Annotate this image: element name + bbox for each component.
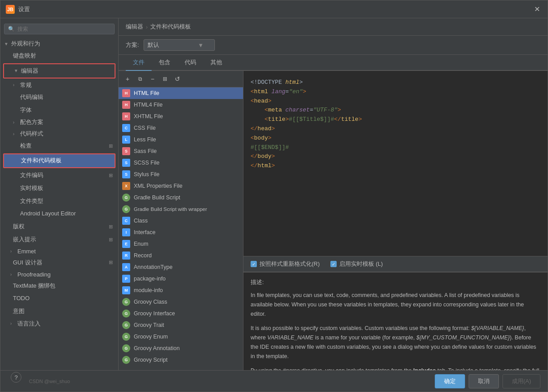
groovy-class-icon: G — [122, 298, 130, 306]
list-item[interactable]: S SCSS File — [119, 157, 243, 169]
watermark-label: CSDN @wei_shuo — [29, 379, 70, 384]
list-item[interactable]: E Enum — [119, 238, 243, 250]
list-item[interactable]: X XML Properties File — [119, 180, 243, 192]
sidebar-item-label: 意图 — [13, 307, 25, 316]
copy-button[interactable]: ⧉ — [135, 74, 145, 84]
code-line-1: <!DOCTYPE html> — [251, 78, 540, 87]
main-panel: 编辑器 › 文件和代码模板 方案: 默认 ▼ 文件 包含 — [119, 18, 548, 370]
titlebar: JB 设置 ✕ — [0, 0, 548, 18]
code-line-2: <html lang="en"> — [251, 87, 540, 97]
sidebar-item-lang-injection[interactable]: › 语言注入 — [0, 318, 118, 330]
sidebar-item-proofreading[interactable]: › Proofreading — [0, 269, 118, 280]
breadcrumb-part1: 编辑器 — [126, 23, 143, 31]
file-list-panel: + ⧉ − ⊞ ↺ — [119, 71, 243, 370]
list-item[interactable]: P package-info — [119, 273, 243, 285]
tab-other[interactable]: 其他 — [203, 55, 229, 71]
chevron-down-icon: ▼ — [14, 68, 19, 73]
live-template-checkbox-item[interactable]: 启用实时模板 (L) — [330, 260, 383, 268]
sidebar-item-appearance[interactable]: ▼ 外观和行为 — [0, 38, 118, 50]
add-button[interactable]: + — [122, 74, 133, 84]
tab-files[interactable]: 文件 — [126, 55, 152, 71]
sidebar-item-file-templates[interactable]: 文件和代码模板 — [4, 154, 115, 167]
sidebar-item-emmet[interactable]: › Emmet — [0, 246, 118, 256]
list-item[interactable]: H HTML File — [119, 87, 243, 99]
list-item[interactable]: S Stylus File — [119, 169, 243, 180]
file-item-label: Groovy Script — [134, 357, 168, 363]
sidebar-item-android-layout[interactable]: Android Layout Editor — [0, 207, 118, 220]
stylus-file-icon: S — [122, 170, 130, 178]
sidebar: 🔍 ▼ 外观和行为 键盘映射 ▼ 编辑器 › 常规 — [0, 18, 119, 370]
sidebar-item-color-scheme[interactable]: › 配色方案 — [0, 116, 118, 128]
inspection-icon: ⊞ — [109, 142, 113, 150]
chevron-right-icon: › — [10, 272, 16, 277]
list-item[interactable]: H XHTML File — [119, 111, 243, 122]
sidebar-item-intentions[interactable]: 意图 — [0, 305, 118, 318]
help-button[interactable]: ? — [11, 372, 21, 383]
tab-code[interactable]: 代码 — [177, 55, 203, 71]
sidebar-item-file-encodings[interactable]: 文件编码 ⊞ — [0, 169, 118, 182]
list-item[interactable]: G Groovy Class — [119, 296, 243, 308]
gui-icon: ⊞ — [109, 259, 113, 267]
reformat-checkbox-item[interactable]: 按照样式重新格式化(R) — [251, 260, 320, 268]
list-item[interactable]: L Less File — [119, 134, 243, 145]
live-template-checkbox[interactable] — [330, 261, 337, 267]
sidebar-item-textmate[interactable]: TextMate 捆绑包 — [0, 280, 118, 293]
sidebar-item-label: Emmet — [17, 248, 36, 255]
list-item[interactable]: S Sass File — [119, 145, 243, 157]
remove-button[interactable]: − — [147, 74, 158, 84]
sidebar-item-todo[interactable]: TODO — [0, 292, 118, 305]
list-item[interactable]: I Interface — [119, 227, 243, 238]
cancel-button[interactable]: 取消 — [469, 374, 499, 388]
chevron-down-icon: ▼ — [4, 41, 9, 46]
sidebar-search-container[interactable]: 🔍 — [4, 24, 115, 34]
sidebar-item-font[interactable]: 字体 — [0, 104, 118, 117]
file-item-label: SCSS File — [134, 160, 160, 166]
list-item[interactable]: M module-info — [119, 285, 243, 296]
chevron-right-icon: › — [10, 321, 16, 326]
list-item[interactable]: G Groovy Trait — [119, 319, 243, 331]
sidebar-item-code-editing[interactable]: 代码编辑 — [0, 91, 118, 104]
list-item[interactable]: H HTML4 File — [119, 99, 243, 111]
file-item-label: Groovy Annotation — [134, 345, 180, 351]
sidebar-item-inspections[interactable]: 检查 ⊞ — [0, 140, 118, 153]
file-item-label: Less File — [134, 136, 156, 143]
list-item[interactable]: A AnnotationType — [119, 261, 243, 273]
tab-includes[interactable]: 包含 — [152, 55, 177, 71]
search-input[interactable] — [17, 26, 111, 32]
sidebar-item-label: 外观和行为 — [11, 40, 40, 48]
list-item[interactable]: G Groovy Enum — [119, 331, 243, 342]
list-item[interactable]: G Groovy Annotation — [119, 342, 243, 354]
list-item[interactable]: G Groovy Interface — [119, 308, 243, 319]
list-item[interactable]: G Groovy Script — [119, 354, 243, 366]
sidebar-item-file-types[interactable]: 文件类型 — [0, 195, 118, 208]
close-button[interactable]: ✕ — [532, 4, 542, 15]
sidebar-item-copyright[interactable]: 版权 ⊞ — [0, 220, 118, 233]
list-item[interactable]: R Record — [119, 250, 243, 261]
file-item-label: Stylus File — [134, 171, 160, 177]
sidebar-item-live-templates[interactable]: 实时模板 — [0, 182, 118, 195]
module-info-icon: M — [122, 286, 130, 294]
list-item[interactable]: C CSS File — [119, 122, 243, 134]
sidebar-item-label: 代码编辑 — [20, 93, 43, 102]
list-item[interactable]: C Class — [119, 215, 243, 227]
sidebar-item-gui-designer[interactable]: GUI 设计器 ⊞ — [0, 256, 118, 269]
xml-file-icon: X — [122, 182, 130, 190]
sidebar-item-editor[interactable]: ▼ 编辑器 — [4, 65, 115, 77]
list-item[interactable]: G Gradle Build Script with wrapper — [119, 203, 243, 215]
scheme-select[interactable]: 默认 ▼ — [144, 39, 215, 51]
sidebar-item-general[interactable]: › 常规 — [0, 79, 118, 91]
ok-button[interactable]: 确定 — [435, 374, 465, 388]
reset-button[interactable]: ↺ — [172, 74, 183, 84]
gradle-wrapper-icon: G — [122, 205, 130, 213]
list-item[interactable]: G Gradle Build Script — [119, 192, 243, 203]
desc-para-3: By using the #parse directive, you can i… — [251, 366, 540, 370]
inlay-icon: ⊞ — [109, 236, 113, 244]
code-editor[interactable]: <!DOCTYPE html> <html lang="en"> <head> … — [243, 71, 548, 256]
sidebar-item-keymap[interactable]: 键盘映射 — [0, 50, 118, 62]
sidebar-item-code-style[interactable]: › 代码样式 — [0, 128, 118, 140]
sidebar-item-inlay-hints[interactable]: 嵌入提示 ⊞ — [0, 233, 118, 246]
duplicate-button[interactable]: ⊞ — [160, 74, 170, 84]
apply-button[interactable]: 成用(A) — [503, 374, 540, 388]
sidebar-item-label: 代码样式 — [20, 130, 43, 138]
reformat-checkbox[interactable] — [251, 261, 257, 267]
